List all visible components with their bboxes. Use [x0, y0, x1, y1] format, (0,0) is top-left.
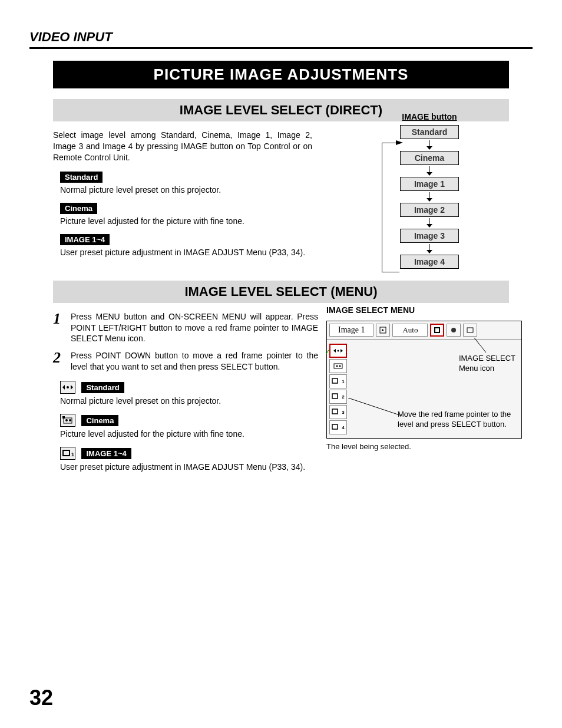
svg-point-30	[339, 365, 341, 367]
menu-top-selected-icon	[430, 324, 444, 337]
svg-marker-10	[427, 250, 432, 253]
desc-cinema-menu: Picture level adjusted for the picture w…	[60, 429, 313, 439]
svg-marker-13	[71, 385, 73, 390]
label-image14: IMAGE 1~4	[60, 234, 110, 245]
svg-marker-11	[62, 385, 65, 390]
sidebar-image4-icon: 4	[329, 420, 347, 434]
diagram-box: Image 1	[400, 177, 459, 191]
label-image14-menu: IMAGE 1~4	[81, 448, 131, 459]
svg-point-16	[69, 419, 71, 421]
step-text: Press MENU button and ON-SCREEN MENU wil…	[71, 311, 318, 345]
section-header: VIDEO INPUT	[29, 29, 533, 49]
svg-rect-32	[332, 394, 338, 398]
page-title-banner: PICTURE IMAGE ADJUSTMENTS	[53, 61, 509, 88]
sidebar-standard-icon: ✓	[329, 344, 347, 358]
diagram-box: Image 4	[400, 255, 459, 269]
image-button-diagram: IMAGE button Standard Cinema Image 1 Ima…	[373, 112, 485, 269]
step-number: 1	[53, 311, 71, 345]
page-number: 32	[29, 686, 53, 710]
svg-rect-28	[334, 364, 342, 368]
desc-cinema: Picture level adjusted for the picture w…	[60, 216, 313, 226]
image-select-menu-diagram: IMAGE SELECT MENU Image 1 Auto ✓ 1 2 3 4…	[326, 305, 527, 451]
menu-topbar: Image 1 Auto	[327, 321, 521, 340]
svg-rect-31	[332, 378, 338, 383]
svg-rect-33	[332, 409, 338, 414]
svg-marker-6	[427, 198, 432, 202]
svg-marker-25	[333, 349, 336, 353]
diagram-box: Image 2	[400, 203, 459, 217]
label-cinema: Cinema	[60, 203, 97, 214]
diagram-title: IMAGE button	[373, 112, 485, 121]
diagram-box: Standard	[400, 125, 459, 139]
image14-icon: 1	[60, 447, 75, 460]
loop-line	[382, 143, 399, 272]
label-standard-menu: Standard	[81, 382, 124, 393]
svg-rect-24	[467, 328, 473, 332]
menu-diagram-title: IMAGE SELECT MENU	[326, 305, 527, 315]
svg-point-15	[65, 419, 68, 421]
menu-top-auto: Auto	[392, 324, 428, 337]
callout-line-1	[474, 338, 492, 355]
svg-marker-27	[340, 349, 343, 353]
menu-top-label: Image 1	[329, 324, 373, 337]
sidebar-image1-icon: 1	[329, 374, 347, 388]
svg-text:1: 1	[71, 452, 74, 457]
menu-top-icon	[376, 324, 390, 337]
svg-point-12	[67, 386, 69, 388]
svg-rect-17	[62, 416, 65, 419]
menu-top-icon	[463, 324, 477, 337]
svg-rect-18	[63, 450, 70, 456]
step-1: 1 Press MENU button and ON-SCREEN MENU w…	[53, 311, 318, 345]
menu-panel: Image 1 Auto ✓ 1 2 3 4 IMAGE SELECT Menu…	[326, 321, 522, 439]
svg-point-29	[336, 365, 338, 367]
intro-paragraph: Select image level among Standard, Cinem…	[53, 130, 312, 163]
label-standard: Standard	[60, 172, 103, 183]
svg-marker-4	[427, 172, 432, 176]
subsection-menu: IMAGE LEVEL SELECT (MENU)	[53, 281, 509, 303]
menu-caption: The level being selected.	[326, 442, 527, 451]
sidebar-image2-icon: 2	[329, 390, 347, 404]
svg-rect-22	[435, 328, 439, 332]
loop-arrow-icon	[396, 140, 403, 145]
step-2: 2 Press POINT DOWN button to move a red …	[53, 350, 318, 373]
sidebar-image3-icon: 3	[329, 405, 347, 419]
menu-sidebar: ✓ 1 2 3 4	[329, 344, 347, 436]
diagram-box: Cinema	[400, 151, 459, 165]
cinema-icon	[60, 414, 75, 427]
label-cinema-menu: Cinema	[81, 415, 118, 426]
sidebar-cinema-icon	[329, 359, 347, 373]
callout-image-select-icon: IMAGE SELECT Menu icon	[459, 354, 515, 374]
svg-rect-34	[332, 424, 338, 429]
svg-point-23	[451, 328, 456, 332]
desc-image14: User preset picture adjustment in IMAGE …	[60, 248, 313, 257]
menu-top-icon	[447, 324, 461, 337]
diagram-box: Image 3	[400, 229, 459, 243]
step-text: Press POINT DOWN button to move a red fr…	[71, 350, 318, 373]
svg-line-36	[348, 398, 401, 416]
svg-marker-0	[396, 140, 403, 145]
svg-line-35	[474, 338, 486, 353]
svg-marker-21	[382, 329, 384, 331]
standard-icon	[60, 381, 75, 394]
step-number: 2	[53, 350, 71, 373]
svg-marker-8	[427, 224, 432, 228]
svg-point-26	[338, 350, 339, 352]
desc-standard-menu: Normal picture level preset on this proj…	[60, 396, 313, 406]
callout-move-pointer: Move the red frame pointer to the level …	[398, 410, 515, 430]
svg-marker-2	[427, 146, 432, 150]
desc-image14-menu: User preset picture adjustment in IMAGE …	[60, 462, 313, 472]
desc-standard: Normal picture level preset on this proj…	[60, 185, 313, 195]
